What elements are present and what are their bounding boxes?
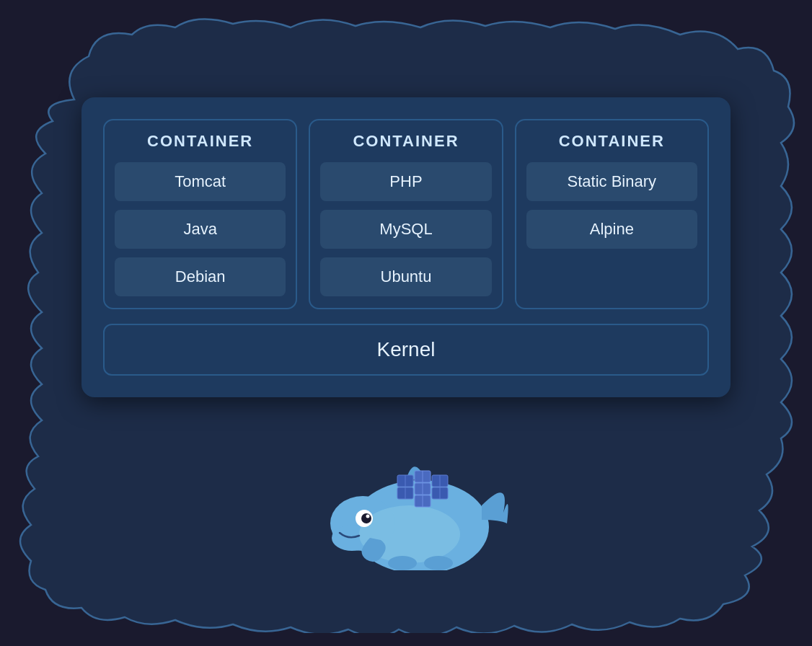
container-3-layer-1: Alpine [526,210,697,249]
container-1-layer-0: Tomcat [115,162,286,201]
docker-whale-svg [298,412,514,570]
svg-point-24 [388,556,417,570]
container-1-layer-1: Java [115,210,286,249]
container-3-label: CONTAINER [526,132,697,151]
container-3: CONTAINER Static Binary Alpine [515,119,709,309]
docker-panel: CONTAINER Tomcat Java Debian CONTAINER P… [81,97,731,397]
kernel-label: Kernel [377,338,436,360]
container-2-layer-0: PHP [320,162,491,201]
main-content: CONTAINER Tomcat Java Debian CONTAINER P… [17,76,795,570]
whale-section [298,412,514,570]
container-2-layer-2: Ubuntu [320,257,491,296]
container-2-layer-1: MySQL [320,210,491,249]
kernel-bar: Kernel [103,324,709,376]
svg-point-9 [366,515,370,518]
container-3-layer-0: Static Binary [526,162,697,201]
svg-point-25 [424,556,453,570]
container-1-layer-2: Debian [115,257,286,296]
container-2: CONTAINER PHP MySQL Ubuntu [309,119,503,309]
svg-point-8 [361,513,371,523]
scene: CONTAINER Tomcat Java Debian CONTAINER P… [17,13,795,633]
container-1: CONTAINER Tomcat Java Debian [103,119,297,309]
container-2-label: CONTAINER [320,132,491,151]
container-1-label: CONTAINER [115,132,286,151]
containers-row: CONTAINER Tomcat Java Debian CONTAINER P… [103,119,709,309]
